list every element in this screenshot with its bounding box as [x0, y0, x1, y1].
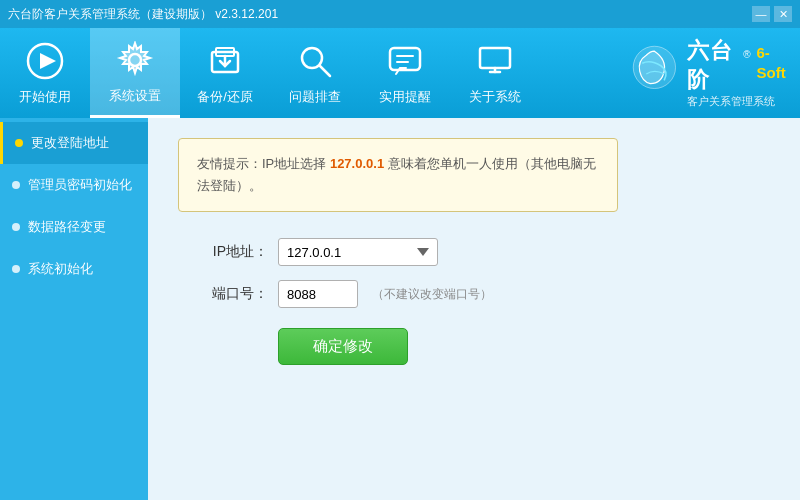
- nav-item-troubleshoot[interactable]: 问题排查: [270, 28, 360, 118]
- logo-icon: [630, 43, 679, 103]
- nav-label-settings: 系统设置: [109, 87, 161, 105]
- sidebar-label-admin-init: 管理员密码初始化: [28, 176, 132, 194]
- nav-item-start[interactable]: 开始使用: [0, 28, 90, 118]
- nav-item-reminder[interactable]: 实用提醒: [360, 28, 450, 118]
- nav-items: 开始使用 系统设置 备份/还原: [0, 28, 620, 118]
- sidebar-dot: [15, 139, 23, 147]
- play-icon: [24, 40, 66, 82]
- nav-item-settings[interactable]: 系统设置: [90, 28, 180, 118]
- svg-rect-11: [480, 48, 510, 68]
- nav-label-troubleshoot: 问题排查: [289, 88, 341, 106]
- minimize-button[interactable]: —: [752, 6, 770, 22]
- nav-label-backup: 备份/还原: [197, 88, 253, 106]
- logo-name: 六台阶: [687, 37, 741, 94]
- sidebar-label-sys-init: 系统初始化: [28, 260, 93, 278]
- ip-label: IP地址：: [198, 243, 268, 261]
- sidebar-dot: [12, 181, 20, 189]
- chat-icon: [384, 40, 426, 82]
- logo-brand: 6-Soft: [757, 43, 790, 82]
- nav-item-about[interactable]: 关于系统: [450, 28, 540, 118]
- confirm-button[interactable]: 确定修改: [278, 328, 408, 365]
- gear-icon: [114, 39, 156, 81]
- nav-item-backup[interactable]: 备份/还原: [180, 28, 270, 118]
- notice-ip: 127.0.0.1: [330, 156, 384, 171]
- sidebar-item-data-path[interactable]: 数据路径变更: [0, 206, 148, 248]
- ip-row: IP地址： 127.0.0.1 192.168.1.1 0.0.0.0: [198, 238, 770, 266]
- sidebar: 更改登陆地址 管理员密码初始化 数据路径变更 系统初始化: [0, 118, 148, 500]
- top-nav: 开始使用 系统设置 备份/还原: [0, 28, 800, 118]
- svg-marker-1: [40, 53, 56, 69]
- port-label: 端口号：: [198, 285, 268, 303]
- nav-label-about: 关于系统: [469, 88, 521, 106]
- search-icon: [294, 40, 336, 82]
- sidebar-item-admin-init[interactable]: 管理员密码初始化: [0, 164, 148, 206]
- svg-point-6: [302, 48, 322, 68]
- sidebar-item-change-login-addr[interactable]: 更改登陆地址: [0, 122, 148, 164]
- logo-area: 六台阶 ® 6-Soft 客户关系管理系统: [620, 28, 800, 118]
- app-title: 六台阶客户关系管理系统（建设期版） v2.3.12.201: [8, 6, 278, 23]
- port-hint: （不建议改变端口号）: [372, 286, 492, 303]
- monitor-icon: [474, 40, 516, 82]
- title-bar: 六台阶客户关系管理系统（建设期版） v2.3.12.201 — ✕: [0, 0, 800, 28]
- ip-select[interactable]: 127.0.0.1 192.168.1.1 0.0.0.0: [278, 238, 438, 266]
- port-row: 端口号： （不建议改变端口号）: [198, 280, 770, 308]
- nav-label-reminder: 实用提醒: [379, 88, 431, 106]
- nav-label-start: 开始使用: [19, 88, 71, 106]
- sidebar-item-sys-init[interactable]: 系统初始化: [0, 248, 148, 290]
- form-area: IP地址： 127.0.0.1 192.168.1.1 0.0.0.0 端口号：…: [178, 238, 770, 365]
- sidebar-dot: [12, 223, 20, 231]
- main-container: 更改登陆地址 管理员密码初始化 数据路径变更 系统初始化 友情提示：IP地址选择…: [0, 118, 800, 500]
- logo-subtitle: 客户关系管理系统: [687, 94, 790, 108]
- sidebar-dot: [12, 265, 20, 273]
- content-area: 友情提示：IP地址选择 127.0.0.1 意味着您单机一人使用（其他电脑无法登…: [148, 118, 800, 500]
- port-input[interactable]: [278, 280, 358, 308]
- svg-line-7: [320, 66, 330, 76]
- window-controls: — ✕: [752, 6, 792, 22]
- logo-registered: ®: [743, 48, 750, 61]
- close-button[interactable]: ✕: [774, 6, 792, 22]
- svg-rect-8: [390, 48, 420, 70]
- logo-text: 六台阶 ® 6-Soft 客户关系管理系统: [687, 37, 790, 108]
- sidebar-label-change-login-addr: 更改登陆地址: [31, 134, 109, 152]
- sidebar-label-data-path: 数据路径变更: [28, 218, 106, 236]
- notice-prefix: 友情提示：IP地址选择: [197, 156, 330, 171]
- backup-icon: [204, 40, 246, 82]
- notice-box: 友情提示：IP地址选择 127.0.0.1 意味着您单机一人使用（其他电脑无法登…: [178, 138, 618, 212]
